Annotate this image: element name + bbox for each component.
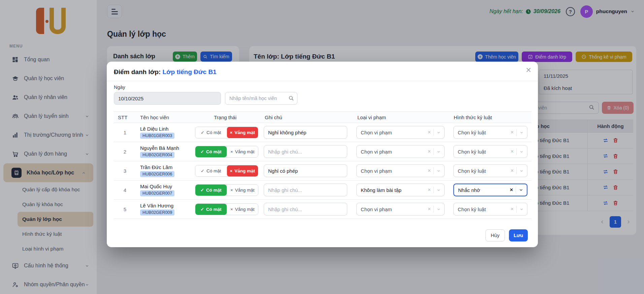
note-input[interactable] (264, 203, 347, 216)
attendance-row: 5 Lê Văn Hương HUB02GER009 ✓Có mặt ×Vắng… (114, 200, 532, 219)
present-button[interactable]: ✓Có mặt (195, 127, 227, 138)
check-icon: ✓ (201, 130, 204, 135)
cross-icon: × (230, 130, 233, 135)
attendance-date-input[interactable] (114, 92, 221, 105)
absent-button[interactable]: ×Vắng mặt (227, 185, 258, 196)
cross-icon: × (230, 207, 233, 212)
check-icon: ✓ (200, 149, 204, 154)
attendance-toggle: ✓Có mặt ×Vắng mặt (195, 184, 258, 196)
violation-select[interactable]: Chọn vi phạm × (356, 126, 445, 139)
chevron-down-icon[interactable] (517, 169, 524, 173)
discipline-select[interactable]: Chọn kỷ luật × (453, 145, 527, 158)
attendance-toggle: ✓Có mặt ×Vắng mặt (195, 165, 258, 177)
attendance-row: 1 Lê Diệu Linh HUB01GER003 ✓Có mặt ×Vắng… (114, 123, 532, 142)
absent-button[interactable]: ×Vắng mặt (227, 204, 258, 215)
student-code-badge: HUB02GER007 (140, 190, 174, 196)
discipline-select[interactable]: Nhắc nhở × (453, 184, 527, 196)
modal-title: Điểm danh lớp: Lớp tiếng Đức B1 (114, 68, 217, 76)
clear-icon[interactable]: × (508, 168, 516, 174)
present-button[interactable]: ✓Có mặt (195, 204, 227, 215)
clear-icon[interactable]: × (508, 149, 516, 155)
violation-select[interactable]: Chọn vi phạm × (356, 145, 445, 158)
check-icon: ✓ (200, 188, 204, 193)
check-icon: ✓ (200, 207, 204, 212)
clear-icon[interactable]: × (425, 187, 433, 193)
cross-icon: × (230, 149, 233, 154)
cross-icon: × (230, 188, 233, 193)
absent-button[interactable]: ×Vắng mặt (227, 146, 258, 157)
present-button[interactable]: ✓Có mặt (195, 185, 227, 196)
attendance-table: STT Tên học viên Trạng thái Ghi chú Loại… (114, 111, 532, 219)
note-input[interactable] (264, 184, 347, 196)
note-input[interactable] (264, 164, 347, 177)
clear-icon[interactable]: × (508, 206, 516, 212)
clear-icon[interactable]: × (425, 129, 433, 135)
note-input[interactable] (264, 126, 347, 139)
cross-icon: × (230, 168, 233, 173)
violation-select[interactable]: Không làm bài tập × (356, 184, 445, 196)
chevron-down-icon[interactable] (517, 130, 524, 135)
check-icon: ✓ (201, 168, 204, 173)
attendance-row: 3 Trần Đức Lâm HUB02GER006 ✓Có mặt ×Vắng… (114, 161, 532, 181)
student-name: Lê Diệu Linh (140, 126, 195, 132)
violation-select[interactable]: Chọn vi phạm × (356, 164, 445, 177)
attendance-row: 4 Mai Quốc Huy HUB02GER007 ✓Có mặt ×Vắng… (114, 181, 532, 200)
note-input[interactable] (264, 145, 347, 158)
student-code-badge: HUB02GER006 (140, 171, 174, 177)
chevron-down-icon[interactable] (434, 207, 441, 211)
chevron-down-icon[interactable] (434, 130, 441, 135)
present-button[interactable]: ✓Có mặt (195, 165, 227, 176)
attendance-toggle: ✓Có mặt ×Vắng mặt (195, 146, 258, 158)
chevron-down-icon[interactable] (434, 169, 441, 173)
attendance-toggle: ✓Có mặt ×Vắng mặt (195, 127, 258, 138)
clear-icon[interactable]: × (425, 149, 433, 155)
student-name: Mai Quốc Huy (140, 184, 195, 189)
present-button[interactable]: ✓Có mặt (195, 146, 227, 157)
student-code-badge: HUB02GER004 (140, 152, 174, 158)
student-name: Lê Văn Hương (140, 203, 195, 208)
modal-student-search-input[interactable] (225, 92, 297, 105)
student-name: Nguyễn Bá Mạnh (140, 145, 195, 151)
chevron-down-icon[interactable] (516, 188, 523, 192)
save-button[interactable]: Lưu (509, 229, 528, 241)
class-link[interactable]: Lớp tiếng Đức B1 (162, 68, 216, 75)
cancel-button[interactable]: Hủy (485, 229, 505, 241)
clear-icon[interactable]: × (425, 206, 433, 212)
absent-button[interactable]: ×Vắng mặt (227, 127, 258, 138)
attendance-table-header: STT Tên học viên Trạng thái Ghi chú Loại… (114, 111, 532, 123)
violation-select[interactable]: Chọn vi phạm × (356, 203, 445, 216)
student-name: Trần Đức Lâm (140, 164, 195, 170)
chevron-down-icon[interactable] (434, 150, 441, 154)
chevron-down-icon[interactable] (517, 150, 524, 154)
discipline-select[interactable]: Chọn kỷ luật × (453, 164, 527, 177)
discipline-select[interactable]: Chọn kỷ luật × (453, 203, 527, 216)
attendance-toggle: ✓Có mặt ×Vắng mặt (195, 203, 258, 215)
clear-icon[interactable]: × (508, 129, 516, 135)
attendance-modal: × Điểm danh lớp: Lớp tiếng Đức B1 Ngày S… (107, 62, 538, 247)
close-icon[interactable]: × (526, 66, 531, 75)
date-label: Ngày (114, 85, 125, 90)
modal-footer: Hủy Lưu (485, 229, 528, 241)
search-icon (288, 95, 294, 101)
discipline-select[interactable]: Chọn kỷ luật × (453, 126, 527, 139)
app-root: MENU Tổng quan Quản lý học viên Quản lý … (0, 0, 644, 294)
student-code-badge: HUB01GER003 (140, 133, 174, 139)
chevron-down-icon[interactable] (434, 188, 441, 192)
clear-icon[interactable]: × (507, 187, 516, 193)
attendance-row: 2 Nguyễn Bá Mạnh HUB02GER004 ✓Có mặt ×Vắ… (114, 142, 532, 161)
student-code-badge: HUB02GER009 (140, 209, 174, 216)
absent-button[interactable]: ×Vắng mặt (227, 165, 258, 176)
clear-icon[interactable]: × (425, 168, 433, 174)
chevron-down-icon[interactable] (517, 207, 524, 211)
